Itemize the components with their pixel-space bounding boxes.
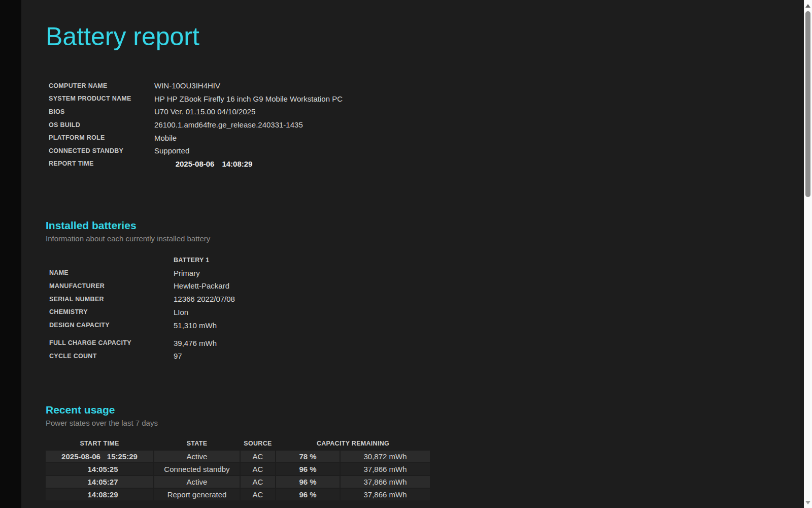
cell-time: 14:08:29: [87, 490, 118, 499]
report-time: 14:08:29: [222, 160, 252, 168]
report-content: Battery report COMPUTER NAME WIN-10OU3IH…: [21, 21, 804, 501]
column-header-source: SOURCE: [241, 437, 275, 450]
battery-label: NAME: [46, 269, 174, 276]
usage-header-row: START TIME STATE SOURCE CAPACITY REMAINI…: [46, 437, 430, 450]
cell-percent: 96 %: [276, 463, 340, 475]
cell-percent: 96 %: [276, 476, 340, 488]
table-row: 2025-08-0615:25:29 Active AC 78 % 30,872…: [46, 451, 430, 462]
cell-mwh: 37,866 mWh: [341, 463, 430, 475]
battery-table-gap: [46, 332, 804, 336]
installed-batteries-heading: Installed batteries: [46, 219, 804, 232]
battery-value: 51,310 mWh: [174, 321, 217, 330]
installed-batteries-section: Installed batteries Information about ea…: [46, 219, 804, 363]
info-value-report-time: 2025-08-0614:08:29: [154, 151, 252, 177]
info-row-platform-role: PLATFORM ROLE Mobile: [46, 131, 804, 144]
cell-percent: 96 %: [276, 489, 340, 500]
scroll-down-button[interactable]: [804, 498, 812, 506]
cell-date: 2025-08-06: [61, 452, 100, 461]
battery-label: SERIAL NUMBER: [46, 296, 174, 303]
cell-start-time: 14:05:25: [46, 463, 153, 475]
cell-time: 14:05:25: [87, 465, 118, 473]
cell-source: AC: [241, 451, 275, 462]
installed-batteries-subtitle: Information about each currently install…: [46, 234, 804, 244]
battery-label: MANUFACTURER: [46, 282, 174, 290]
vertical-scrollbar[interactable]: [804, 0, 812, 508]
battery-value: Primary: [174, 269, 200, 277]
cell-start-time: 2025-08-0615:25:29: [46, 451, 153, 462]
info-label: SYSTEM PRODUCT NAME: [46, 95, 154, 102]
cell-start-time: 14:05:27: [46, 476, 153, 488]
info-label: REPORT TIME: [46, 160, 154, 167]
info-row-report-time: REPORT TIME 2025-08-0614:08:29: [46, 157, 804, 171]
battery-row-design-capacity: DESIGN CAPACITY 51,310 mWh: [46, 319, 804, 332]
battery-value: LIon: [174, 308, 188, 316]
info-label: BIOS: [46, 108, 154, 115]
battery-row-full-charge-capacity: FULL CHARGE CAPACITY 39,476 mWh: [46, 336, 804, 350]
page-title: Battery report: [46, 21, 804, 52]
cell-source: AC: [241, 463, 275, 475]
cell-mwh: 30,872 mWh: [341, 451, 430, 462]
table-row: 14:05:27 Active AC 96 % 37,866 mWh: [46, 476, 430, 488]
column-header-state: STATE: [154, 437, 240, 450]
battery-row-chemistry: CHEMISTRY LIon: [46, 306, 804, 319]
recent-usage-subtitle: Power states over the last 7 days: [46, 418, 804, 428]
scroll-up-button[interactable]: [804, 2, 812, 10]
battery-label: DESIGN CAPACITY: [46, 322, 174, 329]
recent-usage-heading: Recent usage: [46, 403, 804, 417]
info-row-bios: BIOS U70 Ver. 01.15.00 04/10/2025: [46, 105, 804, 118]
info-label: PLATFORM ROLE: [46, 134, 154, 141]
battery-row-manufacturer: MANUFACTURER Hewlett-Packard: [46, 279, 804, 293]
column-header-start-time: START TIME: [46, 437, 153, 450]
cell-state: Connected standby: [154, 463, 240, 475]
cell-state: Active: [154, 476, 240, 488]
battery-row-name: NAME Primary: [46, 266, 804, 279]
cell-start-time: 14:08:29: [46, 489, 153, 500]
battery-row-cycle-count: CYCLE COUNT 97: [46, 350, 804, 363]
recent-usage-section: Recent usage Power states over the last …: [46, 403, 804, 501]
info-value: WIN-10OU3IH4HIV: [154, 81, 220, 90]
battery-label: FULL CHARGE CAPACITY: [46, 339, 174, 346]
cell-source: AC: [241, 489, 275, 500]
battery-value: 97: [174, 352, 182, 360]
info-value: Mobile: [154, 134, 177, 142]
battery-label: CHEMISTRY: [46, 308, 174, 315]
battery-header-row: BATTERY 1: [46, 254, 804, 266]
table-row: 14:08:29 Report generated AC 96 % 37,866…: [46, 489, 430, 500]
info-value: HP HP ZBook Firefly 16 inch G9 Mobile Wo…: [154, 94, 343, 103]
cell-source: AC: [241, 476, 275, 488]
info-value: U70 Ver. 01.15.00 04/10/2025: [154, 107, 255, 116]
report-date: 2025-08-06: [176, 160, 215, 168]
info-row-system-product-name: SYSTEM PRODUCT NAME HP HP ZBook Firefly …: [46, 92, 804, 106]
cell-percent: 78 %: [276, 451, 340, 462]
cell-time: 14:05:27: [87, 478, 118, 486]
info-label: OS BUILD: [46, 121, 154, 129]
battery-value: 39,476 mWh: [174, 339, 217, 347]
cell-mwh: 37,866 mWh: [341, 476, 430, 488]
recent-usage-table: START TIME STATE SOURCE CAPACITY REMAINI…: [45, 436, 431, 501]
battery-value: 12366 2022/07/08: [174, 295, 235, 303]
column-header-capacity-remaining: CAPACITY REMAINING: [276, 437, 430, 450]
chevron-down-icon: [805, 501, 810, 504]
table-row: 14:05:25 Connected standby AC 96 % 37,86…: [46, 463, 430, 475]
info-label: COMPUTER NAME: [46, 82, 154, 89]
battery-row-serial-number: SERIAL NUMBER 12366 2022/07/08: [46, 293, 804, 306]
battery-column-header: BATTERY 1: [174, 257, 210, 264]
battery-label: CYCLE COUNT: [46, 353, 174, 360]
battery-info-table: BATTERY 1 NAME Primary MANUFACTURER Hewl…: [46, 254, 804, 363]
info-value: 26100.1.amd64fre.ge_release.240331-1435: [154, 120, 303, 129]
battery-report-page: Battery report COMPUTER NAME WIN-10OU3IH…: [21, 0, 804, 508]
cell-time: 15:25:29: [107, 452, 138, 461]
battery-value: Hewlett-Packard: [174, 281, 229, 290]
info-row-os-build: OS BUILD 26100.1.amd64fre.ge_release.240…: [46, 118, 804, 132]
system-info-table: COMPUTER NAME WIN-10OU3IH4HIV SYSTEM PRO…: [46, 79, 804, 170]
cell-state: Active: [154, 451, 240, 462]
cell-mwh: 37,866 mWh: [341, 489, 430, 500]
chevron-up-icon: [805, 4, 810, 8]
info-label: CONNECTED STANDBY: [46, 147, 154, 154]
scrollbar-thumb[interactable]: [805, 11, 810, 197]
info-row-computer-name: COMPUTER NAME WIN-10OU3IH4HIV: [46, 79, 804, 92]
cell-state: Report generated: [154, 489, 240, 500]
